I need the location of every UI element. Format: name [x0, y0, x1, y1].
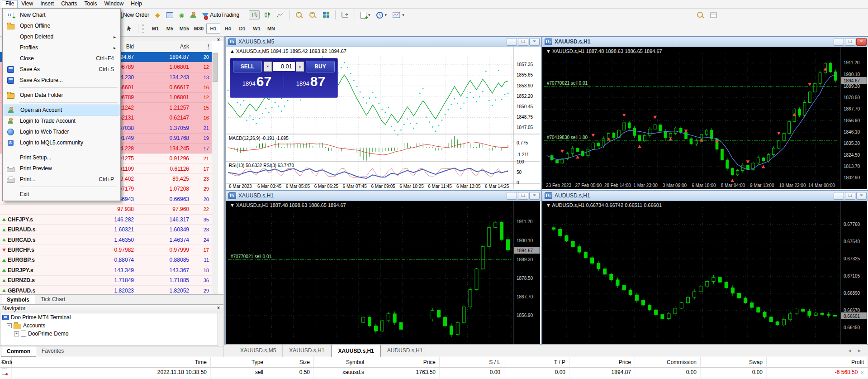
line-chart-mode-button[interactable]	[275, 10, 286, 19]
tab-symbols[interactable]: Symbols	[1, 295, 35, 305]
account-settings-button[interactable]	[188, 10, 198, 19]
market-watch-row[interactable]: 97.93897.96022	[0, 205, 212, 215]
column-header-ask[interactable]: Ask	[139, 43, 194, 50]
zoom-in-button[interactable]: +	[294, 10, 305, 20]
restore-button[interactable]: □	[518, 192, 528, 200]
column-header-spread[interactable]: !	[194, 43, 213, 50]
terminal-column-price[interactable]: Price	[368, 357, 440, 368]
collapse-icon[interactable]: −	[7, 323, 12, 328]
bar-chart-mode-button[interactable]	[249, 10, 260, 19]
close-button[interactable]: ✕	[856, 38, 867, 46]
restore-button[interactable]: □	[845, 38, 855, 46]
tree-item-dooprime-demo[interactable]: +DooPrime-Demo	[0, 330, 218, 338]
terminal-order-row-partial[interactable]	[0, 377, 868, 379]
chart-window-titlebar[interactable]: XAUUSD.s,H1 ─ □ ✕	[542, 37, 868, 47]
market-watch-row[interactable]: EURAUD.s1.603211.6034928	[0, 225, 212, 235]
scrollbar-thumb[interactable]	[213, 53, 218, 82]
tab-common[interactable]: Common	[1, 346, 36, 357]
market-watch-row[interactable]: EURNZD.s1.718491.7188536	[0, 276, 212, 286]
terminal-order-row[interactable]: 650198042022.11.18 10:38:50sell0.50xauus…	[0, 368, 868, 377]
terminal-column-type[interactable]: Type	[211, 357, 267, 368]
chart-tab-3[interactable]: AUDUSD.s,H1	[381, 345, 430, 357]
templates-button[interactable]: ▾	[391, 11, 406, 19]
minimize-button[interactable]: ─	[834, 192, 844, 200]
volume-increase-button[interactable]: ▴	[296, 62, 304, 72]
tab-scroll-arrows[interactable]: ◂ ▸	[849, 345, 868, 357]
timeframe-m15[interactable]: M15	[177, 24, 191, 34]
terminal-column-price[interactable]: Price	[569, 357, 635, 368]
sell-button[interactable]: SELL	[233, 61, 262, 72]
volume-decrease-button[interactable]: ▾	[264, 62, 272, 72]
timeframe-d1[interactable]: D1	[235, 24, 249, 34]
menu-file[interactable]: File	[2, 0, 18, 8]
terminal-column-size[interactable]: Size	[267, 357, 314, 368]
terminal-column-symbol[interactable]: Symbol	[314, 357, 368, 368]
market-watch-row[interactable]: CHFJPY.s146.282146.31735	[0, 215, 212, 225]
market-watch-row[interactable]: GBPAUD.s1.820231.8205229	[0, 286, 212, 295]
chart-window-titlebar[interactable]: XAUUSD.s,H1 ─ □ ✕	[226, 191, 541, 201]
menu-charts[interactable]: Charts	[57, 0, 81, 8]
sell-price[interactable]: 1894 67	[230, 74, 284, 88]
close-button[interactable]: ✕	[529, 192, 540, 200]
window-list-button[interactable]	[708, 11, 719, 19]
menu-tools[interactable]: Tools	[81, 0, 101, 8]
chart-shift-button[interactable]	[339, 10, 351, 19]
timeframe-m30[interactable]: M30	[192, 24, 206, 34]
close-position-icon[interactable]: ✕	[860, 370, 864, 375]
data-window-button[interactable]	[164, 10, 175, 19]
file-menu-item-new-chart[interactable]: New Chart	[4, 10, 119, 20]
cursor-tool-button[interactable]	[125, 24, 134, 33]
chart-canvas-xauusd-h1-2[interactable]: 1911.201900.101889.301878.501867.701856.…	[226, 201, 540, 344]
terminal-column-s-l[interactable]: S / L	[440, 357, 504, 368]
chart-canvas-xauusd-h1[interactable]: 1911.201900.101889.301878.501867.701856.…	[542, 47, 867, 189]
menu-help[interactable]: Help	[127, 0, 146, 8]
file-menu-item-login-to-trade-account[interactable]: Login to Trade Account	[4, 115, 119, 126]
close-icon[interactable]: x	[217, 305, 220, 310]
minimize-button[interactable]: ─	[834, 38, 844, 46]
periods-button[interactable]: ▾	[375, 10, 389, 20]
tree-item-doo-prime-mt4-terminal[interactable]: Doo Prime MT4 Terminal	[0, 313, 218, 321]
file-menu-item-save-as[interactable]: Save AsCtrl+S	[4, 64, 119, 75]
terminal-column-time[interactable]: Time	[12, 357, 211, 368]
file-menu-item-print-preview[interactable]: Print Preview	[4, 163, 119, 174]
terminal-column-profit[interactable]: Profit	[767, 357, 868, 368]
signals-button[interactable]: ◉	[177, 11, 186, 19]
file-menu-item-open-deleted[interactable]: Open Deleted▸	[4, 31, 119, 42]
market-watch-scrollbar[interactable]	[212, 52, 218, 295]
file-menu-item-exit[interactable]: Exit	[4, 189, 119, 200]
tree-item-accounts[interactable]: −Accounts	[0, 321, 218, 330]
chart-window-xauusd-h1-top[interactable]: XAUUSD.s,H1 ─ □ ✕ 1911.201900.101889.301…	[542, 36, 868, 190]
file-menu-item-login-to-mql5-community[interactable]: SLogin to MQL5.community	[4, 137, 119, 148]
market-watch-row[interactable]: EURCHF.s0.979820.9799917	[0, 245, 212, 255]
file-menu-item-open-offline[interactable]: Open Offline	[4, 20, 119, 31]
close-icon[interactable]: x	[217, 37, 220, 42]
buy-button[interactable]: BUY	[306, 61, 335, 72]
timeframe-m1[interactable]: M1	[148, 24, 162, 34]
menu-window[interactable]: Window	[101, 0, 128, 8]
candlestick-mode-button[interactable]	[262, 10, 273, 19]
tile-windows-button[interactable]	[321, 10, 332, 19]
file-menu-item-close[interactable]: CloseCtrl+F4	[4, 53, 119, 64]
menu-insert[interactable]: Insert	[37, 0, 57, 8]
timeframe-w1[interactable]: W1	[250, 24, 264, 34]
market-watch-row[interactable]: EURGBP.s0.880740.8808511	[0, 255, 212, 265]
file-menu-item-profiles[interactable]: Profiles▸	[4, 42, 119, 53]
close-button[interactable]: ✕	[529, 38, 540, 46]
terminal-column-commission[interactable]: Commission	[635, 357, 701, 368]
chart-tab-1[interactable]: XAUUSD.s,H1	[283, 345, 331, 357]
expand-icon[interactable]: +	[14, 331, 19, 336]
file-menu-item-open-data-folder[interactable]: Open Data Folder	[4, 90, 119, 101]
volume-input[interactable]: 0.01	[273, 62, 295, 71]
terminal-column-t-p[interactable]: T / P	[504, 357, 569, 368]
menu-view[interactable]: View	[18, 0, 37, 8]
timeframe-mn[interactable]: MN	[264, 24, 278, 34]
buy-price[interactable]: 1894 87	[284, 74, 337, 88]
file-menu-item-print-setup[interactable]: Print Setup...	[4, 152, 119, 163]
chart-window-titlebar[interactable]: XAUUSD.s,M5 ─ □ ✕	[226, 37, 541, 47]
tab-favorites[interactable]: Favorites	[36, 346, 69, 357]
close-button[interactable]: ✕	[856, 192, 867, 200]
autotrading-button[interactable]: AutoTrading	[200, 10, 241, 19]
toolbar-grip[interactable]	[142, 24, 144, 33]
close-icon[interactable]: x	[1, 359, 4, 364]
chart-window-audusd-h1[interactable]: AUDUSD.s,H1 ─ □ ✕ 0.677600.675400.673250…	[542, 190, 868, 345]
